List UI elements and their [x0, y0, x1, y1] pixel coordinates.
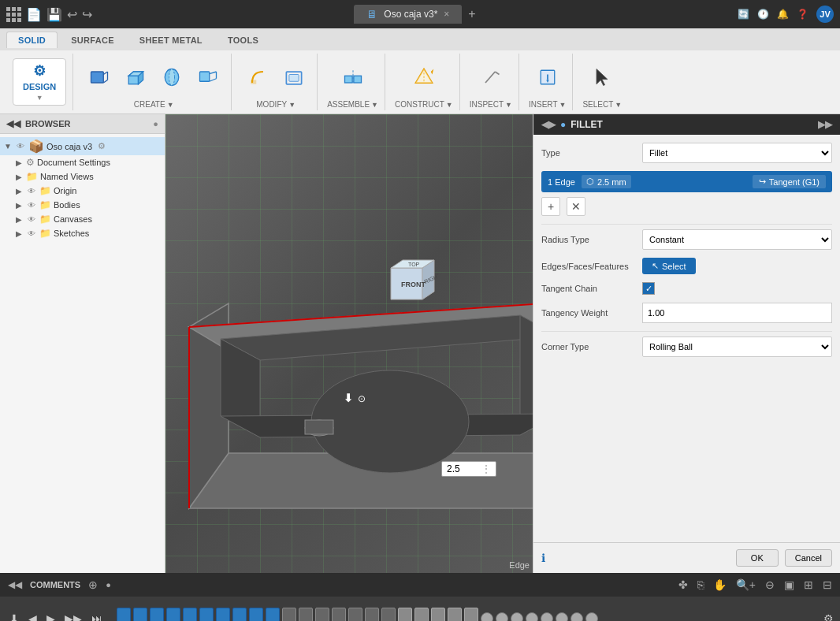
- timeline-marker[interactable]: [150, 608, 164, 621]
- undo-icon[interactable]: ↩: [67, 7, 77, 22]
- nav-cube[interactable]: FRONT RIGHT TOP: [375, 252, 438, 315]
- tree-item-namedviews[interactable]: ▶ 📁 Named Views: [0, 169, 165, 184]
- tangent-chain-checkbox[interactable]: ✓: [642, 282, 655, 295]
- timeline-marker[interactable]: [299, 608, 313, 621]
- fillet-edge-row[interactable]: 1 Edge ⬡ 2.5 mm ↪ Tangent (G1): [541, 171, 832, 192]
- tree-expand-root[interactable]: ▼: [3, 142, 13, 151]
- sync-icon[interactable]: 🔄: [738, 9, 749, 20]
- timeline-marker[interactable]: [166, 608, 180, 621]
- tab-sheet-metal[interactable]: SHEET METAL: [128, 32, 214, 48]
- view-display-icon[interactable]: ▣: [784, 578, 794, 591]
- fillet-select-button[interactable]: ↖ Select: [642, 258, 696, 274]
- tree-expand-bodies[interactable]: ▶: [14, 200, 24, 210]
- timeline-marker[interactable]: [282, 608, 296, 621]
- timeline-end-btn[interactable]: ⏭: [88, 611, 106, 621]
- tree-item-origin[interactable]: ▶ 👁 📁 Origin: [0, 184, 165, 198]
- tree-expand-canvases[interactable]: ▶: [14, 214, 24, 224]
- timeline-marker[interactable]: [232, 608, 247, 621]
- tree-item-docsettings[interactable]: ▶ ⚙ Document Settings: [0, 155, 165, 169]
- fillet-expand-right-icon[interactable]: ▶▶: [818, 119, 832, 130]
- view-zoom-in-icon[interactable]: 🔍+: [736, 578, 756, 591]
- timeline-marker-circle[interactable]: [556, 612, 568, 621]
- tree-item-canvases[interactable]: ▶ 👁 📁 Canvases: [0, 212, 165, 226]
- insert-btn[interactable]: [531, 62, 564, 92]
- tree-eye-bodies[interactable]: 👁: [26, 201, 37, 210]
- tree-expand-sketches[interactable]: ▶: [14, 229, 24, 238]
- save-icon[interactable]: 💾: [46, 7, 62, 22]
- view-copy-icon[interactable]: ⎘: [697, 578, 704, 591]
- clock-icon[interactable]: 🕐: [757, 9, 769, 20]
- timeline-marker[interactable]: [199, 608, 214, 621]
- timeline-prev-btn[interactable]: ◀: [25, 611, 40, 621]
- timeline-marker[interactable]: [315, 608, 329, 621]
- ok-button[interactable]: OK: [736, 549, 779, 567]
- modify-fillet-btn[interactable]: [241, 62, 274, 92]
- redo-icon[interactable]: ↪: [82, 7, 92, 22]
- construct-btn[interactable]: [407, 62, 440, 92]
- model-input-options-icon[interactable]: ⋮: [481, 463, 491, 474]
- viewport[interactable]: ⬇ ⊙ ⋮ FRONT RIGHT TOP Edge: [165, 114, 533, 573]
- timeline-marker-circle[interactable]: [571, 612, 583, 621]
- select-btn[interactable]: [585, 62, 619, 92]
- view-zoom-out-icon[interactable]: ⊖: [765, 578, 775, 591]
- tree-eye-canvases[interactable]: 👁: [26, 215, 37, 224]
- timeline-marker[interactable]: [332, 608, 346, 621]
- timeline-download-btn[interactable]: ⬇: [6, 611, 22, 621]
- view-grid-icon[interactable]: ⊞: [804, 578, 813, 591]
- assemble-btn[interactable]: [336, 62, 370, 92]
- view-move-icon[interactable]: ✤: [678, 578, 688, 591]
- timeline-marker-circle[interactable]: [496, 612, 508, 621]
- user-avatar[interactable]: JV: [816, 6, 834, 23]
- timeline-marker-circle[interactable]: [585, 612, 598, 621]
- create-extrude-btn[interactable]: [119, 62, 152, 92]
- tree-expand-docsettings[interactable]: ▶: [14, 158, 24, 167]
- timeline-marker[interactable]: [133, 608, 147, 621]
- timeline-settings-icon[interactable]: ⚙: [823, 612, 834, 621]
- timeline-marker[interactable]: [464, 608, 478, 621]
- model-dimension-input[interactable]: [447, 463, 478, 474]
- tree-eye-origin[interactable]: 👁: [26, 187, 37, 195]
- timeline-marker[interactable]: [266, 608, 280, 621]
- bell-icon[interactable]: 🔔: [777, 9, 789, 20]
- tree-item-bodies[interactable]: ▶ 👁 📁 Bodies: [0, 198, 165, 212]
- tab-surface[interactable]: SURFACE: [59, 32, 126, 48]
- timeline-marker[interactable]: [348, 608, 362, 621]
- timeline-marker[interactable]: [431, 608, 445, 621]
- tree-expand-origin[interactable]: ▶: [14, 186, 24, 195]
- timeline-marker[interactable]: [183, 608, 197, 621]
- fillet-info-icon[interactable]: ℹ: [541, 552, 545, 564]
- fillet-radius-type-select[interactable]: Constant: [642, 229, 832, 250]
- help-icon[interactable]: ❓: [797, 9, 808, 20]
- model-input-box[interactable]: ⋮: [441, 461, 496, 477]
- fillet-type-select[interactable]: Fillet: [642, 143, 832, 163]
- tree-item-sketches[interactable]: ▶ 👁 📁 Sketches: [0, 226, 165, 240]
- comments-add-icon[interactable]: ⊕: [88, 578, 98, 591]
- timeline-marker-circle[interactable]: [481, 612, 493, 621]
- create-more-btn[interactable]: [191, 62, 225, 92]
- inspect-btn[interactable]: [474, 62, 507, 92]
- fillet-corner-type-select[interactable]: Rolling Ball: [642, 337, 832, 357]
- cancel-button[interactable]: Cancel: [785, 549, 832, 567]
- timeline-marker-circle[interactable]: [541, 612, 553, 621]
- tab-tools[interactable]: TOOLS: [216, 32, 270, 48]
- tree-eye-sketches[interactable]: 👁: [26, 229, 37, 238]
- fillet-add-btn[interactable]: +: [541, 197, 560, 216]
- timeline-marker-circle[interactable]: [526, 612, 538, 621]
- timeline-marker[interactable]: [381, 608, 396, 621]
- timeline-marker[interactable]: [414, 608, 429, 621]
- tab-close-icon[interactable]: ×: [444, 9, 449, 20]
- tree-settings-icon-root[interactable]: ⚙: [98, 141, 106, 151]
- timeline-marker[interactable]: [216, 608, 230, 621]
- timeline-marker[interactable]: [117, 608, 131, 621]
- fillet-remove-btn[interactable]: ✕: [567, 197, 585, 216]
- app-grid-icon[interactable]: [6, 7, 21, 22]
- create-newbody-btn[interactable]: [83, 62, 116, 92]
- timeline-next-btn[interactable]: ▶▶: [61, 611, 85, 621]
- timeline-marker[interactable]: [249, 608, 263, 621]
- timeline-marker[interactable]: [398, 608, 412, 621]
- modify-shell-btn[interactable]: [277, 62, 310, 92]
- tab-solid[interactable]: SOLID: [6, 32, 58, 48]
- file-icon[interactable]: 📄: [26, 7, 42, 22]
- timeline-marker[interactable]: [365, 608, 379, 621]
- design-button[interactable]: ⚙ DESIGN ▼: [13, 58, 66, 106]
